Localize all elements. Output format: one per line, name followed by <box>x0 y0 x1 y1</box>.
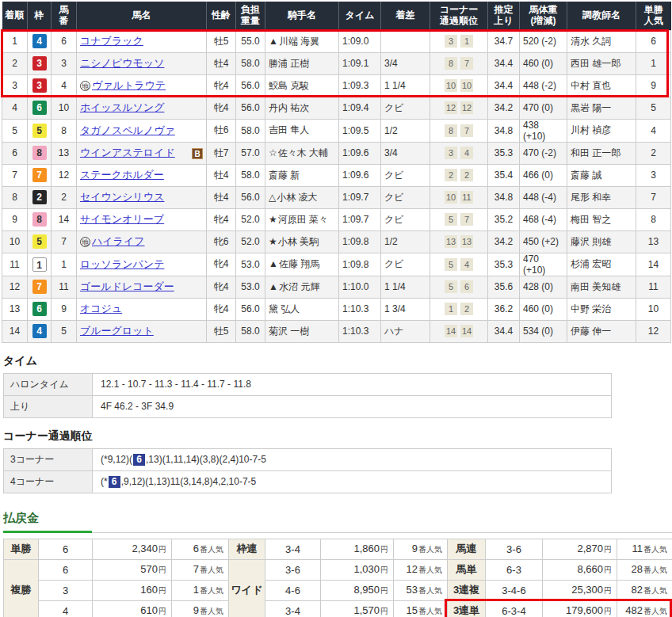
trainer-name-link[interactable]: 藤沢 則雄 <box>571 236 611 247</box>
frame-number-badge: 8 <box>32 146 47 160</box>
jockey-name-link[interactable]: 佐藤 翔馬 <box>279 258 319 269</box>
carried-weight: 56.0 <box>236 298 265 320</box>
horse-name-link[interactable]: タガノスペルノヴァ <box>80 124 175 138</box>
frame-cell: 6 <box>28 97 52 119</box>
jockey-name-link[interactable]: 水沼 元輝 <box>279 281 319 292</box>
jockey-cell: 黛 弘人 <box>265 298 339 320</box>
horse-name-link[interactable]: ニシノピウモッソ <box>80 56 164 70</box>
frame-number-badge: 4 <box>32 34 47 48</box>
trainer-name-link[interactable]: 清水 久詞 <box>571 36 611 47</box>
trainer-name-link[interactable]: 中野 栄治 <box>571 303 611 314</box>
result-row: 4610ホイッスルソング牝456.0丹内 祐次1:09.4クビ121234.24… <box>2 97 671 119</box>
corner3-position: 10 <box>445 191 457 204</box>
payout-popularity: 482番人気 <box>617 600 672 617</box>
jockey-name-link[interactable]: 川端 海翼 <box>279 36 319 47</box>
lap-row-value: 12.1 - 10.7 - 11.3 - 11.4 - 11.7 - 11.8 <box>93 373 612 395</box>
jockey-name-link[interactable]: 河原田 菜々 <box>278 214 328 225</box>
jockey-name-link[interactable]: 丹内 祐次 <box>269 102 309 113</box>
horse-name-cell: サイモンオリーブ <box>77 208 207 230</box>
payout-amount-number: 8,660 <box>577 563 603 575</box>
horse-name-link[interactable]: オコジュ <box>80 302 122 316</box>
horse-name-link[interactable]: ウインアステロイド <box>80 146 175 160</box>
horse-name-link[interactable]: ヴァルトラウテ <box>92 78 166 93</box>
trainer-name-link[interactable]: 和田 正一郎 <box>571 147 620 158</box>
payout-amount-number: 179,600 <box>566 604 603 616</box>
frame-number-badge: 3 <box>32 56 47 70</box>
horse-name-link[interactable]: ハイライフ <box>92 234 145 249</box>
payout-combination: 3-6 <box>265 559 321 580</box>
popularity-unit-label: 番人気 <box>418 566 442 574</box>
finish-position: 8 <box>2 186 28 208</box>
finish-position: 4 <box>2 97 28 119</box>
jockey-name-link[interactable]: 小林 凌大 <box>277 192 317 203</box>
trainer-name-link[interactable]: 中村 直也 <box>571 80 611 91</box>
trainer-name-link[interactable]: 斎藤 誠 <box>571 169 601 181</box>
yen-unit-label: 円 <box>604 607 612 615</box>
horse-name-link[interactable]: ゴールドレコーダー <box>80 280 174 294</box>
frame-number-badge: 6 <box>32 302 47 316</box>
trainer-cell: 黒岩 陽一 <box>567 97 636 119</box>
horse-name-link[interactable]: セイウンシリウス <box>80 190 164 204</box>
jockey-cell: 菊沢 一樹 <box>265 320 339 342</box>
sex-age: 牡7 <box>207 142 236 164</box>
lap-row-label: 上り <box>4 395 93 417</box>
horse-name-link[interactable]: ステークホルダー <box>80 168 164 182</box>
horse-number: 14 <box>52 208 77 230</box>
horse-name-link[interactable]: コナブラック <box>80 34 143 48</box>
corner4-position: 12 <box>460 101 473 114</box>
finish-position: 9 <box>2 208 28 230</box>
jockey-name-link[interactable]: 菊沢 一樹 <box>269 326 309 337</box>
jockey-name-link[interactable]: 黛 弘人 <box>269 303 300 314</box>
corner4-position: 13 <box>460 235 473 248</box>
winner-highlight-number: 6 <box>133 454 145 466</box>
finish-time: 1:09.8 <box>339 253 381 276</box>
jockey-name-link[interactable]: 斎藤 新 <box>269 169 300 181</box>
horse-number: 2 <box>52 186 77 208</box>
jockey-name-link[interactable]: 小林 美駒 <box>278 236 319 247</box>
corner-order-cell: 54 <box>430 253 488 276</box>
jockey-name-link[interactable]: 佐々木 大輔 <box>278 147 328 158</box>
trainer-name-link[interactable]: 杉浦 宏昭 <box>571 258 611 269</box>
payout-row: 4610円9番人気3-41,570円15番人気3連単6-3-4179,600円4… <box>4 600 672 617</box>
trainer-name-link[interactable]: 梅田 智之 <box>571 214 611 225</box>
trainer-name-link[interactable]: 黒岩 陽一 <box>571 102 611 113</box>
jockey-cell: 勝浦 正樹 <box>265 52 339 74</box>
finish-time: 1:09.6 <box>339 142 381 164</box>
corner-order-cell: 34 <box>430 142 488 164</box>
corner-order-cell: 87 <box>430 119 488 142</box>
horse-number: 3 <box>52 52 77 74</box>
payout-amount: 8,660円 <box>543 559 617 580</box>
corner4-position: 14 <box>460 325 473 337</box>
jockey-name-link[interactable]: 吉田 隼人 <box>269 124 309 135</box>
corner-order-cell: 57 <box>430 208 488 230</box>
trainer-cell: 斎藤 誠 <box>567 164 636 186</box>
popularity-number: 28 <box>632 563 643 575</box>
corner4-position: 4 <box>460 258 473 271</box>
trainer-name-link[interactable]: 伊藤 伸一 <box>571 326 611 337</box>
local-horse-icon: 地 <box>80 237 90 247</box>
bet-type-label: 3連複 <box>448 580 486 600</box>
last-3f-time: 35.3 <box>488 142 520 164</box>
payout-amount: 179,600円 <box>543 600 617 617</box>
frame-number-badge: 5 <box>32 124 47 138</box>
carried-weight: 53.0 <box>236 253 265 276</box>
margin: クビ <box>381 164 430 186</box>
horse-name-link[interactable]: ホイッスルソング <box>80 101 164 115</box>
jockey-name-link[interactable]: 鮫島 克駿 <box>269 80 309 91</box>
popularity-number: 6 <box>193 543 199 554</box>
trainer-name-link[interactable]: 川村 禎彦 <box>571 124 611 135</box>
horse-weight: 470 (-2) <box>520 142 567 164</box>
corner3-position: 13 <box>445 235 457 248</box>
jockey-name-link[interactable]: 勝浦 正樹 <box>269 58 309 69</box>
trainer-name-link[interactable]: 南田 美知雄 <box>571 281 620 292</box>
horse-name-link[interactable]: ロッソランパンテ <box>80 257 164 272</box>
payout-amount-number: 2,870 <box>577 543 603 554</box>
local-horse-icon: 地 <box>80 81 90 91</box>
popularity-number: 7 <box>193 563 199 575</box>
trainer-name-link[interactable]: 西田 雄一郎 <box>571 58 620 69</box>
horse-name-link[interactable]: ブルーグロット <box>80 324 154 338</box>
column-header: 着差 <box>381 2 430 30</box>
trainer-name-link[interactable]: 尾形 和幸 <box>571 192 611 203</box>
trainer-cell: 杉浦 宏昭 <box>567 253 636 276</box>
horse-name-link[interactable]: サイモンオリーブ <box>80 212 164 227</box>
